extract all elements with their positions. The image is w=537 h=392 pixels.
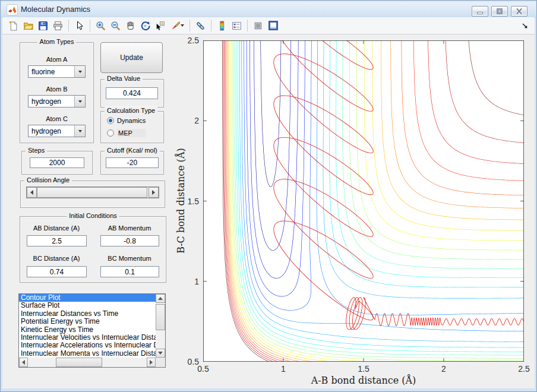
slider-thumb[interactable] (37, 187, 147, 198)
listbox-items: Contour PlotSurface PlotInternuclear Dis… (19, 294, 156, 358)
window-controls (472, 6, 527, 17)
print-icon[interactable] (51, 19, 65, 33)
delta-value-input[interactable] (106, 87, 158, 99)
bc-distance-input[interactable] (27, 266, 87, 277)
vertical-scrollbar[interactable] (156, 294, 165, 358)
atom-a-label: Atom A (20, 56, 93, 63)
bc-distance-label: BC Distance (A) (26, 255, 87, 262)
vertical-scroll-thumb[interactable] (156, 304, 165, 330)
list-item[interactable]: Potential Energy vs Time (19, 318, 156, 325)
insert-colorbar-icon[interactable] (215, 19, 229, 33)
list-item[interactable]: Contour Plot (19, 294, 156, 302)
x-tick-label: 1.5 (358, 364, 369, 374)
figure-toolbar (2, 17, 535, 34)
panel-title: Initial Conditions (67, 212, 119, 219)
hide-plot-tools-icon[interactable] (251, 19, 265, 33)
dropdown-arrow-icon[interactable] (74, 96, 85, 107)
ab-distance-label: AB Distance (A) (26, 225, 87, 232)
pan-icon[interactable] (124, 19, 137, 33)
plot-type-listbox[interactable]: Contour PlotSurface PlotInternuclear Dis… (18, 293, 166, 368)
window-title: Molecular Dynamics (21, 5, 90, 14)
cutoff-input[interactable] (106, 157, 159, 168)
rotate-3d-icon[interactable] (138, 19, 152, 33)
panel-title: Delta Value (105, 75, 143, 82)
steps-panel: Steps (21, 151, 93, 175)
bc-momentum-label: BC Momentum (100, 255, 159, 262)
scroll-left-button[interactable] (19, 358, 28, 367)
horizontal-scroll-thumb[interactable] (56, 358, 102, 367)
atom-b-dropdown[interactable]: hydrogen (28, 95, 86, 108)
bc-momentum-input[interactable] (100, 266, 159, 277)
y-tick-label: 2 (181, 116, 199, 125)
y-tick-label: 2.5 (181, 36, 199, 45)
scroll-right-button[interactable] (147, 358, 156, 367)
horizontal-scrollbar[interactable] (19, 358, 156, 367)
dock-figure-arrow-icon[interactable] (522, 21, 529, 32)
list-item[interactable]: Surface Plot (19, 302, 156, 309)
app-window: Molecular Dynamics Atom Type (0, 0, 537, 392)
brush-dropdown-caret[interactable] (181, 24, 184, 27)
atom-b-label: Atom B (20, 86, 93, 93)
panel-title: Atom Types (37, 38, 77, 45)
update-button[interactable]: Update (100, 42, 163, 73)
y-tick-label: 1 (181, 277, 199, 286)
atom-types-panel: Atom Types Atom A fluorine Atom B hydrog… (20, 42, 94, 143)
radio-selected-icon[interactable] (107, 117, 114, 124)
radio-unselected-icon[interactable] (107, 129, 114, 137)
contour-plot-canvas[interactable] (203, 40, 524, 362)
delta-value-panel: Delta Value (100, 79, 164, 108)
list-item[interactable]: Kinetic Energy vs Time (19, 326, 156, 334)
ab-momentum-input[interactable] (100, 235, 159, 246)
close-button[interactable] (511, 6, 527, 17)
maximize-button[interactable] (491, 6, 508, 17)
atom-b-value: hydrogen (31, 97, 61, 106)
scroll-up-button[interactable] (156, 294, 165, 303)
y-axis-label: B-C bond distance (Å) (175, 148, 187, 254)
initial-conditions-panel: Initial Conditions AB Distance (A) AB Mo… (20, 216, 166, 283)
radio-dynamics-label: Dynamics (117, 117, 146, 124)
show-plot-tools-dock-icon[interactable] (266, 19, 280, 33)
minimize-button[interactable] (472, 6, 488, 17)
atom-a-dropdown[interactable]: fluorine (28, 65, 86, 78)
list-item[interactable]: Internuclear Momenta vs Internuclear Dis… (19, 350, 156, 358)
atom-c-label: Atom C (20, 115, 93, 122)
list-item[interactable]: Internuclear Distances vs Time (19, 310, 156, 318)
panel-title: Cutoff (Kcal/ mol) (105, 147, 160, 154)
atom-a-value: fluorine (31, 68, 55, 76)
y-tick-label: 0.5 (181, 357, 199, 366)
calculation-type-panel: Calculation Type Dynamics MEP (100, 111, 164, 143)
insert-legend-icon[interactable] (230, 19, 244, 33)
data-cursor-icon[interactable] (153, 19, 167, 33)
radio-mep[interactable]: MEP (107, 129, 146, 137)
save-icon[interactable] (36, 19, 50, 33)
zoom-in-icon[interactable] (94, 19, 108, 33)
ab-momentum-label: AB Momentum (100, 225, 159, 232)
scrollbar-corner (156, 358, 165, 367)
radio-dynamics[interactable]: Dynamics (107, 117, 146, 124)
edit-plot-icon[interactable] (72, 19, 86, 33)
panel-title: Steps (26, 147, 47, 154)
brush-data-icon[interactable] (168, 19, 186, 33)
atom-c-value: hydrogen (31, 127, 61, 135)
ab-distance-input[interactable] (27, 235, 87, 246)
title-bar: Molecular Dynamics (1, 1, 536, 18)
scroll-down-button[interactable] (156, 349, 165, 358)
x-axis-label: A-B bond distance (Å) (311, 375, 416, 386)
collision-angle-panel: Collision Angle (20, 181, 165, 208)
matlab-logo-icon (7, 4, 18, 15)
list-item[interactable]: Internuclear Velocities vs Internuclear … (19, 334, 156, 342)
steps-input[interactable] (30, 157, 84, 168)
slider-right-arrow[interactable] (149, 187, 159, 198)
dropdown-arrow-icon[interactable] (74, 125, 85, 137)
dropdown-arrow-icon[interactable] (74, 66, 85, 77)
panel-title: Collision Angle (24, 176, 72, 184)
open-file-icon[interactable] (21, 19, 35, 33)
list-item[interactable]: Internuclear Accelerations vs Internucle… (19, 342, 156, 349)
zoom-out-icon[interactable] (109, 19, 122, 33)
slider-left-arrow[interactable] (27, 187, 37, 198)
new-figure-icon[interactable] (7, 19, 20, 33)
x-tick-label: 0.5 (197, 364, 209, 374)
link-plot-icon[interactable] (194, 19, 207, 33)
collision-angle-slider[interactable] (26, 186, 159, 198)
atom-c-dropdown[interactable]: hydrogen (28, 125, 86, 137)
